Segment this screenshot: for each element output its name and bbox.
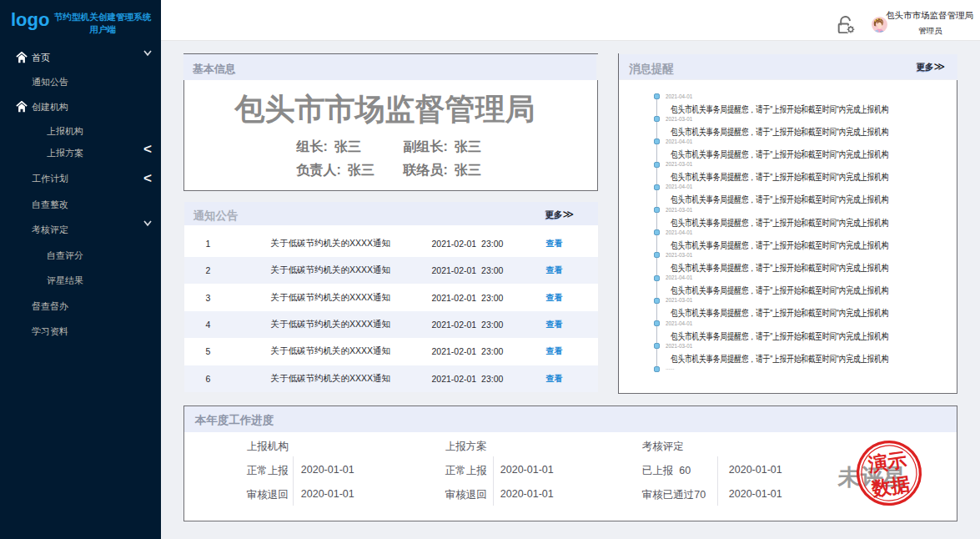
svg-text:演示: 演示 (866, 449, 907, 476)
